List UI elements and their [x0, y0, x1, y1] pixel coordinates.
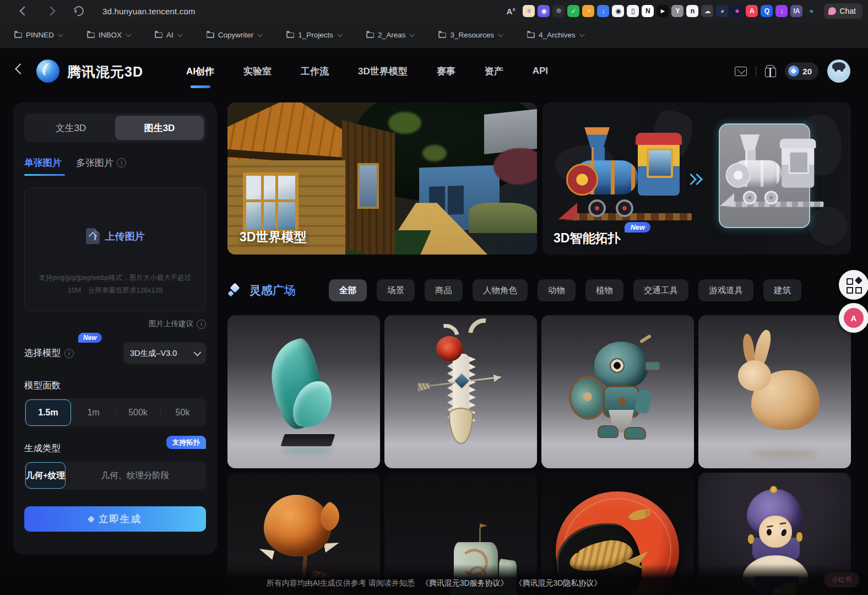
- credits-pill[interactable]: 20: [785, 62, 818, 80]
- generation-type-option[interactable]: 几何+纹理: [25, 462, 66, 489]
- nav-item[interactable]: 3D世界模型: [357, 62, 409, 81]
- translate-floating-button[interactable]: A: [839, 303, 868, 333]
- colorful-train-model: [573, 127, 683, 224]
- category-chip[interactable]: 植物: [585, 279, 623, 301]
- extension-icon[interactable]: ◉: [538, 5, 550, 17]
- nav-item[interactable]: 实验室: [242, 62, 273, 81]
- new-badge: New: [625, 222, 650, 232]
- extension-icon[interactable]: ☸: [552, 5, 565, 17]
- divider: [756, 66, 756, 76]
- nav-item[interactable]: 赛事: [436, 62, 457, 81]
- folder-icon: [14, 33, 22, 38]
- extension-icon[interactable]: ◉: [612, 5, 624, 17]
- bookmark-folder[interactable]: 4_Archives: [520, 28, 590, 42]
- main-nav: AI创作实验室工作流3D世界模型赛事资产API: [185, 48, 549, 94]
- upload-icon: [86, 228, 100, 244]
- extension-icon[interactable]: ◕: [716, 5, 728, 17]
- extension-icon[interactable]: IA: [790, 5, 802, 17]
- extension-icon[interactable]: ≡: [523, 5, 535, 17]
- privacy-link[interactable]: 《腾讯混元3D隐私协议》: [514, 578, 601, 587]
- avatar[interactable]: [827, 60, 850, 83]
- category-chip[interactable]: 游戏道具: [698, 279, 753, 301]
- url-field[interactable]: 3d.hunyuan.tencent.com: [102, 7, 196, 16]
- model-dropdown[interactable]: 3D生成–V3.0: [123, 342, 206, 364]
- bookmark-folder[interactable]: 3_Resources: [432, 28, 508, 42]
- world-model-banner[interactable]: 3D世界模型: [227, 102, 537, 255]
- bookmark-folder[interactable]: INBOX: [80, 28, 136, 42]
- extension-icon[interactable]: N: [642, 5, 654, 17]
- extension-icon[interactable]: ★: [731, 5, 743, 17]
- gift-icon[interactable]: [765, 68, 776, 77]
- terms-link[interactable]: 《腾讯混元3D服务协议》: [421, 578, 508, 587]
- translate-icon: A: [844, 308, 864, 328]
- credits-count: 20: [802, 67, 812, 76]
- text-size-icon[interactable]: Ax: [507, 7, 516, 16]
- retopology-banner[interactable]: 3D智能拓扑 New: [542, 102, 851, 255]
- face-count-option[interactable]: 1m: [71, 399, 116, 426]
- browser-window: 3d.hunyuan.tencent.com Ax ≡◉☸✓◔↓◉▯N►Yn☁◕…: [0, 0, 868, 595]
- gallery-card-horned-dagger[interactable]: [384, 315, 537, 468]
- forward-icon[interactable]: [46, 7, 56, 16]
- upload-dropzone[interactable]: 上传图片 支持png/jpg/jpeg/webp格式，图片大小最大不超过 10M…: [24, 188, 206, 311]
- extension-icon[interactable]: »: [805, 5, 817, 17]
- tab-multi-image[interactable]: 多张图片: [76, 156, 126, 176]
- info-icon[interactable]: [117, 158, 126, 167]
- category-chip[interactable]: 场景: [377, 279, 415, 301]
- gallery-card-rabbit-sculpture[interactable]: [698, 315, 851, 468]
- chevron-down-icon: [126, 31, 131, 37]
- mail-icon[interactable]: [735, 67, 747, 76]
- info-icon[interactable]: [64, 349, 74, 358]
- category-chip[interactable]: 动物: [538, 279, 576, 301]
- extension-icon[interactable]: ↓: [775, 5, 788, 17]
- ai-apps-floating-button[interactable]: [839, 270, 868, 300]
- mode-text-to-3d[interactable]: 文生3D: [26, 116, 115, 140]
- face-count-option[interactable]: 50k: [160, 399, 205, 426]
- extension-icon[interactable]: ◔: [582, 5, 594, 17]
- extension-icon[interactable]: ✓: [567, 5, 579, 17]
- category-chip[interactable]: 商品: [425, 279, 463, 301]
- gallery-card-wave-sculpture[interactable]: [227, 315, 380, 468]
- generate-button[interactable]: 立即生成: [24, 506, 206, 532]
- extension-icon[interactable]: Y: [671, 5, 683, 17]
- upload-suggestion-link[interactable]: 图片上传建议: [24, 319, 206, 329]
- topology-badge: 支持拓扑: [166, 436, 206, 449]
- category-chip[interactable]: 人物角色: [473, 279, 528, 301]
- nav-item[interactable]: 工作流: [300, 62, 330, 81]
- nav-item[interactable]: API: [531, 62, 549, 80]
- extension-icon[interactable]: A: [746, 5, 758, 17]
- footer: 所有内容均由AI生成仅供参考 请阅读并知悉 《腾讯混元3D服务协议》 《腾讯混元…: [0, 564, 868, 595]
- extension-icon[interactable]: Q: [761, 5, 773, 17]
- gallery-card-steampunk-robot[interactable]: [541, 315, 694, 468]
- extension-icon[interactable]: ►: [657, 5, 669, 17]
- extension-icon[interactable]: ▯: [627, 5, 639, 17]
- world-model-banner-title: 3D世界模型: [240, 229, 306, 246]
- category-chip[interactable]: 交通工具: [633, 279, 688, 301]
- app-back-icon[interactable]: [15, 63, 26, 74]
- extension-icon[interactable]: ☁: [701, 5, 713, 17]
- extension-icon[interactable]: ↓: [597, 5, 609, 17]
- generation-type-option[interactable]: 几何、纹理分阶段: [66, 462, 205, 489]
- extension-icon[interactable]: n: [686, 5, 698, 17]
- category-chip[interactable]: 建筑: [763, 279, 801, 301]
- bookmark-folder[interactable]: 1_Projects: [280, 28, 348, 42]
- bookmarks-bar: PINNED INBOX AI Copywriter: [0, 22, 868, 48]
- mode-image-to-3d[interactable]: 图生3D: [115, 116, 204, 140]
- wireframe-train-model: [731, 134, 817, 210]
- bookmark-folder[interactable]: Copywriter: [200, 28, 268, 42]
- back-icon[interactable]: [20, 7, 29, 16]
- face-count-option[interactable]: 1.5m: [25, 399, 71, 426]
- bookmark-folder[interactable]: AI: [148, 28, 188, 42]
- chat-button[interactable]: Chat: [824, 3, 862, 19]
- hunyuan-logo[interactable]: [36, 60, 59, 83]
- category-chip[interactable]: 全部: [329, 279, 367, 301]
- reload-icon[interactable]: [72, 4, 86, 18]
- face-count-option[interactable]: 500k: [116, 399, 160, 426]
- nav-item[interactable]: 资产: [484, 62, 504, 81]
- nav-item[interactable]: AI创作: [185, 62, 215, 81]
- chevron-down-icon: [337, 31, 343, 37]
- chevron-down-icon: [498, 31, 503, 37]
- bookmark-folder[interactable]: 2_Areas: [360, 28, 420, 42]
- bookmark-folder[interactable]: PINNED: [8, 28, 68, 42]
- tab-single-image[interactable]: 单张图片: [24, 156, 62, 176]
- double-chevron-icon: [687, 173, 701, 187]
